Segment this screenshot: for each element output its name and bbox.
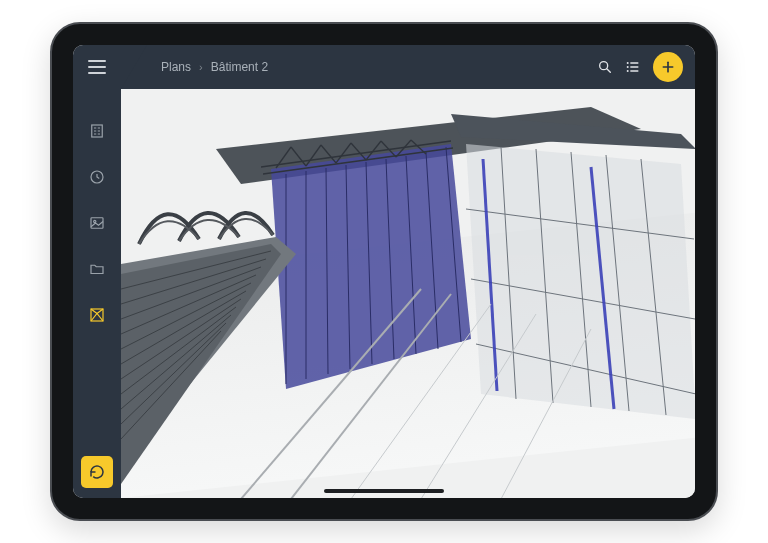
- sidebar-item-media[interactable]: [85, 211, 109, 235]
- svg-marker-55: [121, 244, 281, 484]
- sidebar-item-files[interactable]: [85, 257, 109, 281]
- tablet-device-frame: Plans › Bâtiment 2: [50, 22, 718, 521]
- svg-point-5: [627, 62, 629, 64]
- main-area: [73, 89, 695, 498]
- svg-marker-43: [466, 144, 695, 419]
- refresh-icon: [88, 463, 106, 481]
- model-viewport[interactable]: [121, 89, 695, 498]
- bim-model-drawing: [121, 89, 695, 498]
- breadcrumb[interactable]: Plans › Bâtiment 2: [161, 60, 268, 74]
- refresh-button[interactable]: [81, 456, 113, 488]
- svg-point-6: [627, 66, 629, 68]
- sidebar-rail: [73, 89, 121, 498]
- list-view-button[interactable]: [619, 53, 647, 81]
- svg-point-0: [600, 62, 608, 70]
- header-bar: Plans › Bâtiment 2: [73, 45, 695, 89]
- sidebar-item-building[interactable]: [85, 119, 109, 143]
- breadcrumb-current[interactable]: Bâtiment 2: [211, 60, 268, 74]
- search-icon: [597, 59, 613, 75]
- building-icon: [88, 122, 106, 140]
- screen: Plans › Bâtiment 2: [73, 45, 695, 498]
- svg-marker-23: [271, 144, 471, 389]
- svg-line-1: [607, 69, 610, 72]
- folder-icon: [88, 260, 106, 278]
- svg-point-7: [627, 70, 629, 72]
- sidebar-item-activity[interactable]: [85, 165, 109, 189]
- image-icon: [88, 214, 106, 232]
- home-indicator[interactable]: [324, 489, 444, 493]
- chevron-right-icon: ›: [199, 61, 203, 73]
- plus-icon: [660, 59, 676, 75]
- menu-icon[interactable]: [88, 60, 106, 74]
- add-button[interactable]: [653, 52, 683, 82]
- list-icon: [625, 59, 641, 75]
- svg-rect-10: [92, 125, 103, 137]
- sidebar-item-bim[interactable]: [85, 303, 109, 327]
- clock-icon: [88, 168, 106, 186]
- bim-view-icon: [88, 306, 106, 324]
- search-button[interactable]: [591, 53, 619, 81]
- breadcrumb-root[interactable]: Plans: [161, 60, 191, 74]
- header-notch: [121, 45, 147, 89]
